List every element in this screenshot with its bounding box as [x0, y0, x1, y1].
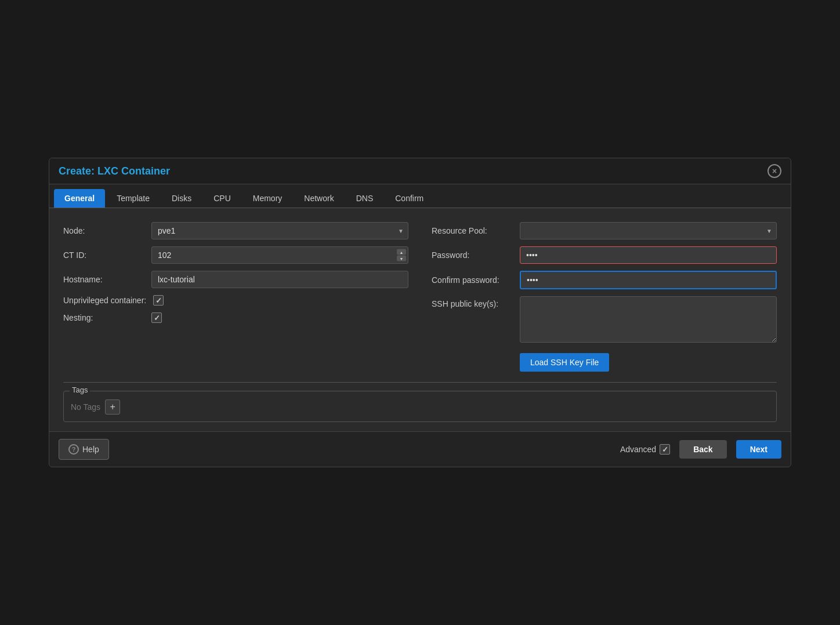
form-grid: Node: pve1 CT ID: ▲ ▼ [63, 222, 777, 372]
nesting-label: Nesting: [63, 313, 144, 322]
hostname-label: Hostname: [63, 275, 144, 284]
footer: ? Help Advanced Back Next [49, 431, 791, 467]
advanced-checkbox[interactable] [660, 444, 670, 455]
add-tag-button[interactable]: + [105, 399, 120, 415]
ssh-key-label: SSH public key(s): [432, 296, 513, 310]
tab-cpu[interactable]: CPU [203, 189, 241, 208]
title-bar: Create: LXC Container × [49, 158, 791, 184]
unprivileged-label: Unprivileged container: [63, 296, 146, 305]
tab-bar: General Template Disks CPU Memory Networ… [49, 184, 791, 208]
tab-disks[interactable]: Disks [161, 189, 202, 208]
tags-section-label: Tags [70, 386, 90, 394]
tags-section: Tags No Tags + [63, 391, 777, 422]
load-ssh-key-button[interactable]: Load SSH Key File [520, 353, 609, 372]
ct-id-spinner-wrap: ▲ ▼ [151, 246, 408, 264]
create-lxc-dialog: Create: LXC Container × General Template… [49, 158, 791, 467]
ssh-key-field-row: SSH public key(s): [432, 296, 777, 343]
back-button[interactable]: Back [679, 440, 726, 459]
ssh-key-textarea[interactable] [520, 296, 777, 343]
confirm-password-input[interactable] [520, 271, 777, 289]
ct-id-arrows: ▲ ▼ [397, 249, 406, 261]
advanced-wrap: Advanced [620, 444, 670, 455]
ct-id-down[interactable]: ▼ [397, 256, 406, 261]
tab-confirm[interactable]: Confirm [385, 189, 434, 208]
hostname-field-row: Hostname: [63, 271, 408, 288]
node-field-row: Node: pve1 [63, 222, 408, 239]
resource-pool-label: Resource Pool: [432, 226, 513, 235]
resource-pool-field-row: Resource Pool: [432, 222, 777, 239]
tags-content: No Tags + [71, 397, 769, 415]
next-button[interactable]: Next [736, 440, 781, 459]
tab-general[interactable]: General [54, 189, 105, 208]
dialog-title: Create: LXC Container [59, 165, 170, 177]
hostname-input[interactable] [151, 271, 408, 288]
node-label: Node: [63, 226, 144, 235]
node-select[interactable]: pve1 [151, 222, 408, 239]
section-divider [63, 382, 777, 383]
nesting-field-row: Nesting: [63, 312, 408, 323]
close-button[interactable]: × [767, 164, 781, 178]
left-column: Node: pve1 CT ID: ▲ ▼ [63, 222, 408, 372]
right-column: Resource Pool: Password: Confirm passwor… [432, 222, 777, 372]
tab-template[interactable]: Template [106, 189, 160, 208]
unprivileged-checkbox[interactable] [153, 295, 164, 306]
no-tags-text: No Tags [71, 402, 100, 412]
password-field-row: Password: [432, 246, 777, 264]
node-select-wrap: pve1 [151, 222, 408, 239]
unprivileged-checkbox-wrap [153, 295, 164, 306]
ct-id-input[interactable] [151, 246, 408, 264]
ct-id-field-row: CT ID: ▲ ▼ [63, 246, 408, 264]
help-label: Help [82, 445, 99, 454]
confirm-password-label: Confirm password: [432, 275, 513, 285]
tab-network[interactable]: Network [294, 189, 344, 208]
resource-pool-select[interactable] [520, 222, 777, 239]
tab-dns[interactable]: DNS [346, 189, 384, 208]
tab-memory[interactable]: Memory [242, 189, 293, 208]
password-input[interactable] [520, 246, 777, 264]
nesting-checkbox[interactable] [151, 312, 162, 323]
footer-right: Advanced Back Next [620, 440, 781, 459]
ssh-btn-row: Load SSH Key File [432, 350, 777, 372]
ct-id-up[interactable]: ▲ [397, 249, 406, 255]
unprivileged-field-row: Unprivileged container: [63, 295, 408, 306]
password-label: Password: [432, 250, 513, 260]
help-button[interactable]: ? Help [59, 439, 109, 460]
confirm-password-field-row: Confirm password: [432, 271, 777, 289]
form-content: Node: pve1 CT ID: ▲ ▼ [49, 208, 791, 431]
advanced-label: Advanced [620, 445, 656, 454]
help-icon: ? [68, 444, 79, 455]
nesting-checkbox-wrap [151, 312, 162, 323]
resource-pool-select-wrap [520, 222, 777, 239]
ct-id-label: CT ID: [63, 250, 144, 260]
